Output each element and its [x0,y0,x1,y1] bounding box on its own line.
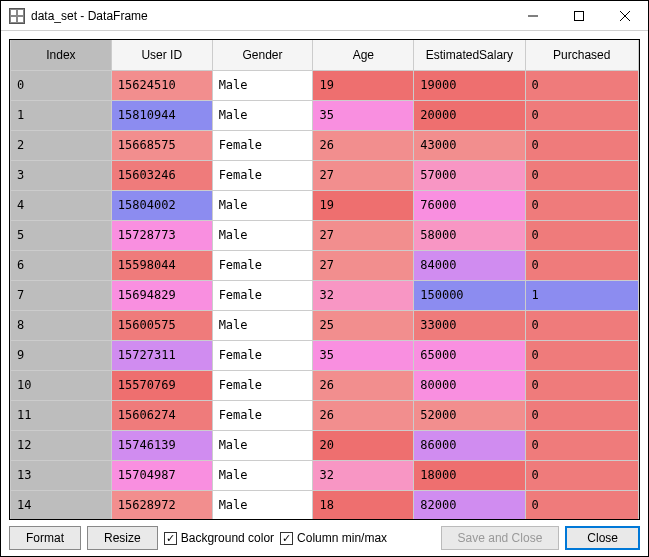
table-row[interactable]: 1315704987Male32180000 [11,460,639,490]
data-cell[interactable]: 0 [525,220,638,250]
data-cell[interactable]: 52000 [414,400,525,430]
data-cell[interactable]: Male [212,220,313,250]
data-cell[interactable]: 20 [313,430,414,460]
table-row[interactable]: 915727311Female35650000 [11,340,639,370]
data-cell[interactable]: 15728773 [111,220,212,250]
data-cell[interactable]: 57000 [414,160,525,190]
data-cell[interactable]: 15606274 [111,400,212,430]
column-header[interactable]: Age [313,40,414,70]
data-cell[interactable]: 0 [525,100,638,130]
data-cell[interactable]: 76000 [414,190,525,220]
table-row[interactable]: 415804002Male19760000 [11,190,639,220]
data-cell[interactable]: Male [212,310,313,340]
table-row[interactable]: 715694829Female321500001 [11,280,639,310]
data-cell[interactable]: 26 [313,400,414,430]
data-cell[interactable]: 86000 [414,430,525,460]
row-index-cell[interactable]: 5 [11,220,112,250]
data-cell[interactable]: 35 [313,100,414,130]
table-row[interactable]: 815600575Male25330000 [11,310,639,340]
row-index-cell[interactable]: 8 [11,310,112,340]
data-cell[interactable]: 18000 [414,460,525,490]
data-cell[interactable]: 80000 [414,370,525,400]
table-row[interactable]: 115810944Male35200000 [11,100,639,130]
data-cell[interactable]: 15727311 [111,340,212,370]
row-index-cell[interactable]: 4 [11,190,112,220]
data-cell[interactable]: 15600575 [111,310,212,340]
data-cell[interactable]: 43000 [414,130,525,160]
data-cell[interactable]: 82000 [414,490,525,519]
data-cell[interactable]: 15668575 [111,130,212,160]
table-row[interactable]: 1115606274Female26520000 [11,400,639,430]
row-index-cell[interactable]: 6 [11,250,112,280]
data-cell[interactable]: 19000 [414,70,525,100]
column-header[interactable]: Index [11,40,112,70]
row-index-cell[interactable]: 9 [11,340,112,370]
data-cell[interactable]: 27 [313,250,414,280]
data-cell[interactable]: 84000 [414,250,525,280]
data-cell[interactable]: Male [212,100,313,130]
data-cell[interactable]: Female [212,400,313,430]
data-cell[interactable]: 15746139 [111,430,212,460]
data-cell[interactable]: 26 [313,370,414,400]
table-scroll[interactable]: IndexUser IDGenderAgeEstimatedSalaryPurc… [10,40,639,519]
row-index-cell[interactable]: 13 [11,460,112,490]
column-header[interactable]: EstimatedSalary [414,40,525,70]
data-cell[interactable]: 15804002 [111,190,212,220]
row-index-cell[interactable]: 11 [11,400,112,430]
data-cell[interactable]: 0 [525,130,638,160]
close-window-button[interactable] [602,1,648,30]
data-cell[interactable]: Female [212,370,313,400]
data-cell[interactable]: 15624510 [111,70,212,100]
data-cell[interactable]: Male [212,460,313,490]
data-cell[interactable]: Male [212,190,313,220]
data-cell[interactable]: Female [212,160,313,190]
data-cell[interactable]: 27 [313,160,414,190]
maximize-button[interactable] [556,1,602,30]
data-cell[interactable]: Female [212,250,313,280]
column-header[interactable]: User ID [111,40,212,70]
data-cell[interactable]: 0 [525,460,638,490]
data-cell[interactable]: 18 [313,490,414,519]
row-index-cell[interactable]: 14 [11,490,112,519]
data-cell[interactable]: 19 [313,190,414,220]
table-row[interactable]: 1215746139Male20860000 [11,430,639,460]
data-cell[interactable]: 0 [525,190,638,220]
format-button[interactable]: Format [9,526,81,550]
data-cell[interactable]: 15810944 [111,100,212,130]
data-cell[interactable]: Male [212,70,313,100]
close-button[interactable]: Close [565,526,640,550]
data-cell[interactable]: 15694829 [111,280,212,310]
data-cell[interactable]: 0 [525,160,638,190]
data-cell[interactable]: 32 [313,460,414,490]
data-cell[interactable]: 150000 [414,280,525,310]
data-cell[interactable]: Female [212,130,313,160]
row-index-cell[interactable]: 1 [11,100,112,130]
data-cell[interactable]: Female [212,340,313,370]
data-cell[interactable]: 0 [525,250,638,280]
data-cell[interactable]: 33000 [414,310,525,340]
table-row[interactable]: 215668575Female26430000 [11,130,639,160]
background-color-checkbox[interactable]: ✓ Background color [164,531,274,545]
data-cell[interactable]: Male [212,430,313,460]
row-index-cell[interactable]: 12 [11,430,112,460]
row-index-cell[interactable]: 10 [11,370,112,400]
data-cell[interactable]: 0 [525,70,638,100]
data-cell[interactable]: 0 [525,370,638,400]
data-cell[interactable]: 15598044 [111,250,212,280]
data-cell[interactable]: Female [212,280,313,310]
data-cell[interactable]: 0 [525,340,638,370]
table-row[interactable]: 1015570769Female26800000 [11,370,639,400]
resize-button[interactable]: Resize [87,526,158,550]
data-cell[interactable]: 0 [525,400,638,430]
table-row[interactable]: 615598044Female27840000 [11,250,639,280]
data-cell[interactable]: 15570769 [111,370,212,400]
data-cell[interactable]: 27 [313,220,414,250]
row-index-cell[interactable]: 2 [11,130,112,160]
data-cell[interactable]: Male [212,490,313,519]
data-cell[interactable]: 35 [313,340,414,370]
data-cell[interactable]: 58000 [414,220,525,250]
data-cell[interactable]: 20000 [414,100,525,130]
data-cell[interactable]: 15628972 [111,490,212,519]
data-cell[interactable]: 0 [525,310,638,340]
column-minmax-checkbox[interactable]: ✓ Column min/max [280,531,387,545]
